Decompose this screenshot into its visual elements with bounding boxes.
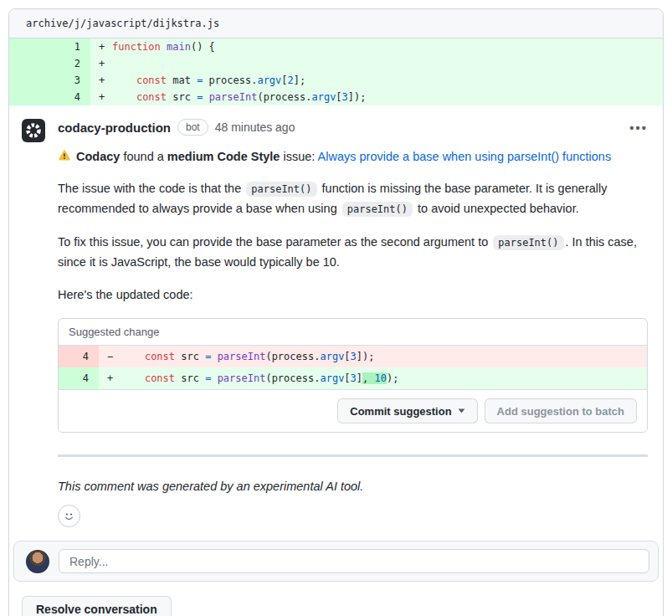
line-number: 4: [59, 367, 99, 389]
comment-body: The issue with the code is that the pars…: [58, 179, 648, 305]
diff-sign: +: [99, 55, 112, 72]
line-number: 4: [59, 346, 99, 367]
text-segment: The issue with the code is that the: [58, 182, 244, 195]
text-segment: to avoid unexpected behavior.: [414, 202, 579, 215]
code-line: function main() {: [112, 38, 663, 55]
comment-timestamp[interactable]: 48 minutes ago: [215, 121, 295, 134]
suggested-change-box: Suggested change 4− const src = parseInt…: [58, 318, 648, 433]
smiley-icon: [62, 509, 76, 523]
comment-paragraph: To fix this issue, you can provide the b…: [58, 233, 648, 272]
diff-line: 3+ const mat = process.argv[2];: [9, 72, 663, 89]
text-segment: Codacy: [76, 150, 120, 163]
comment-author[interactable]: codacy-production: [58, 121, 171, 135]
issue-link[interactable]: Always provide a base when using parseIn…: [318, 150, 612, 163]
suggestion-actions: Commit suggestion Add suggestion to batc…: [59, 389, 647, 432]
inline-code: parseInt(): [493, 235, 563, 250]
review-thread-container: archive/j/javascript/dijkstra.js 1+funct…: [8, 8, 664, 616]
reply-input[interactable]: [59, 549, 649, 573]
diff-sign: −: [107, 346, 121, 367]
commit-suggestion-button[interactable]: Commit suggestion: [337, 398, 477, 424]
line-number: 3: [9, 72, 90, 89]
issue-summary-text: Codacy found a medium Code Style issue: …: [76, 150, 611, 163]
code-line: const src = parseInt(process.argv[3]);: [112, 89, 663, 105]
chevron-down-icon: [458, 408, 465, 413]
diff-sign: +: [99, 38, 112, 55]
comment-paragraph: The issue with the code is that the pars…: [58, 179, 648, 219]
resolve-area: Resolve conversation: [9, 582, 663, 616]
file-header: archive/j/javascript/dijkstra.js: [9, 9, 663, 38]
text-segment: medium Code Style: [167, 150, 280, 163]
text-segment: found a: [120, 150, 167, 163]
diff-sign: +: [99, 89, 112, 105]
text-segment: Here's the updated code:: [58, 288, 193, 301]
diff-line: 1+function main() {: [9, 38, 663, 55]
suggested-change-title: Suggested change: [59, 319, 647, 346]
text-segment: To fix this issue, you can provide the b…: [58, 235, 491, 249]
add-reaction-button[interactable]: [58, 505, 80, 527]
code-line: [112, 55, 663, 72]
inline-code: parseInt(): [342, 202, 413, 217]
reply-bar: [13, 541, 659, 582]
code-line: const src = parseInt(process.argv[3]);: [121, 346, 647, 367]
user-avatar: [26, 550, 49, 573]
line-number: 2: [9, 55, 90, 72]
issue-summary: Codacy found a medium Code Style issue: …: [58, 147, 648, 166]
code-line: const mat = process.argv[2];: [112, 72, 663, 89]
codacy-bot-avatar: [22, 119, 45, 142]
add-suggestion-to-batch-button[interactable]: Add suggestion to batch: [485, 398, 637, 424]
comment-paragraph: Here's the updated code:: [58, 285, 648, 305]
kebab-menu-icon[interactable]: •••: [629, 121, 648, 134]
resolve-conversation-button[interactable]: Resolve conversation: [22, 596, 172, 616]
diff-line: 4− const src = parseInt(process.argv[3])…: [59, 346, 647, 367]
diff-line: 4+ const src = parseInt(process.argv[3])…: [9, 89, 663, 105]
line-number: 4: [9, 89, 90, 105]
warning-icon: [58, 149, 71, 162]
add-suggestion-to-batch-label: Add suggestion to batch: [497, 405, 624, 418]
diff-sign: +: [99, 72, 112, 89]
comment: codacy-production bot 48 minutes ago •••…: [9, 105, 663, 541]
divider: [58, 454, 648, 457]
commit-suggestion-label: Commit suggestion: [350, 405, 451, 418]
comment-main: codacy-production bot 48 minutes ago •••…: [58, 119, 648, 527]
diff-line: 2+: [9, 55, 663, 72]
ai-footnote: This comment was generated by an experim…: [58, 477, 648, 495]
diff-excerpt: 1+function main() {2+3+ const mat = proc…: [9, 38, 663, 105]
diff-sign: +: [107, 367, 121, 389]
inline-code: parseInt(): [246, 182, 316, 197]
suggested-change-diff: 4− const src = parseInt(process.argv[3])…: [59, 346, 647, 389]
bot-badge: bot: [177, 119, 208, 136]
comment-header: codacy-production bot 48 minutes ago •••: [58, 119, 648, 136]
code-line: const src = parseInt(process.argv[3], 10…: [121, 367, 647, 389]
text-segment: issue:: [280, 150, 317, 163]
file-path: archive/j/javascript/dijkstra.js: [26, 18, 219, 29]
line-number: 1: [9, 38, 90, 55]
diff-line: 4+ const src = parseInt(process.argv[3],…: [59, 367, 647, 389]
